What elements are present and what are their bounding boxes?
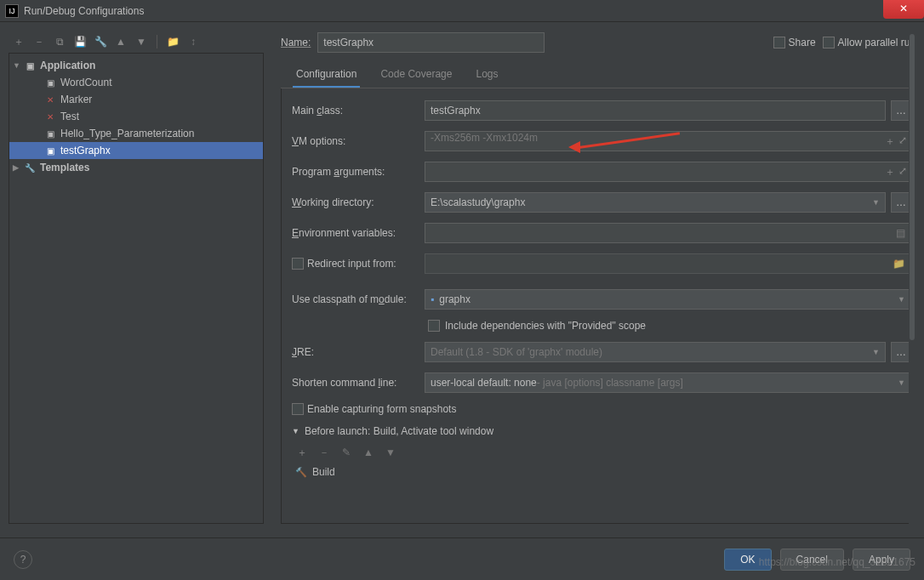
classpath-label: Use classpath of module: [292, 293, 419, 305]
enable-capture-row[interactable]: Enable capturing form snapshots [292, 403, 456, 415]
chevron-down-icon: ▼ [898, 378, 905, 387]
tree-item[interactable]: ✕ Test [9, 108, 263, 125]
left-panel: ＋ － ⧉ 💾 🔧 ▲ ▼ 📁 ↕ ▼ ▣ Application ▣ Word… [9, 31, 264, 524]
scrollbar-thumb[interactable] [910, 34, 915, 340]
chevron-right-icon: ▶ [13, 163, 23, 172]
tab-configuration[interactable]: Configuration [293, 63, 360, 88]
redirect-input[interactable]: 📁 [425, 253, 911, 274]
fullscreen-icon[interactable]: ⤢ [898, 134, 907, 149]
fullscreen-icon[interactable]: ⤢ [898, 165, 907, 179]
help-button[interactable]: ? [14, 550, 32, 569]
folder-icon[interactable]: 📁 [893, 258, 905, 270]
list-icon[interactable]: ▤ [896, 227, 905, 239]
shorten-label: Shorten command line: [292, 377, 419, 389]
redirect-checkbox[interactable] [292, 258, 304, 270]
up-icon[interactable]: ▲ [114, 35, 128, 48]
tree-item-label: Marker [60, 94, 92, 105]
build-task-row[interactable]: 🔨 Build [292, 464, 911, 481]
copy-icon[interactable]: ⧉ [53, 35, 66, 48]
working-dir-label: Working directory: [292, 196, 419, 208]
chevron-down-icon: ▼ [872, 348, 880, 356]
name-label: Name: [281, 37, 311, 48]
remove-icon[interactable]: － [317, 446, 331, 459]
parallel-check-row[interactable]: Allow parallel run [823, 37, 915, 48]
tree-item[interactable]: ✕ Marker [9, 91, 263, 108]
module-icon: ▪ [431, 293, 434, 305]
window-title: Run/Debug Configurations [24, 5, 144, 17]
share-label: Share [789, 37, 816, 48]
close-button[interactable]: ✕ [883, 0, 924, 19]
right-panel: Name: Share Allow parallel run Configura… [264, 31, 915, 524]
tree-item-selected[interactable]: ▣ testGraphx [9, 142, 263, 159]
program-args-label: Program arguments: [292, 166, 419, 178]
ok-button[interactable]: OK [724, 549, 771, 571]
enable-capture-checkbox[interactable] [292, 403, 304, 415]
chevron-down-icon: ▼ [872, 198, 880, 207]
save-icon[interactable]: 💾 [73, 35, 87, 48]
sort-icon[interactable]: ↕ [186, 35, 200, 48]
down-icon[interactable]: ▼ [384, 446, 397, 459]
chevron-down-icon: ▼ [13, 61, 23, 70]
share-check-row[interactable]: Share [773, 37, 816, 48]
build-label: Build [312, 466, 335, 478]
tree-node-templates[interactable]: ▶ 🔧 Templates [9, 159, 263, 176]
tree-item[interactable]: ▣ Hello_Type_Parameterization [9, 125, 263, 142]
up-icon[interactable]: ▲ [362, 446, 375, 459]
apply-button[interactable]: Apply [853, 549, 910, 571]
tree-label: Templates [40, 162, 89, 173]
tree-item-label: Hello_Type_Parameterization [60, 128, 194, 139]
wrench-icon: 🔧 [23, 161, 37, 174]
include-deps-checkbox[interactable] [428, 320, 440, 332]
run-config-icon: ▣ [43, 76, 57, 89]
vm-options-label: VM options: [292, 135, 419, 147]
chevron-down-icon: ▼ [292, 427, 299, 435]
name-input[interactable] [317, 32, 545, 53]
tree-item-label: WordCount [60, 77, 111, 88]
tree-node-application[interactable]: ▼ ▣ Application [9, 57, 263, 74]
tabs: Configuration Code Coverage Logs [281, 63, 915, 88]
run-config-icon: ▣ [43, 144, 57, 157]
toolbar-separator [157, 35, 157, 48]
main-class-label: Main class: [292, 105, 419, 117]
close-icon: ✕ [899, 3, 908, 14]
vm-options-value: -Xms256m -Xmx1024m [431, 132, 538, 144]
run-config-icon: ✕ [43, 93, 57, 106]
remove-icon[interactable]: － [32, 35, 46, 48]
add-icon[interactable]: ＋ [12, 35, 26, 48]
wrench-icon[interactable]: 🔧 [94, 35, 107, 48]
shorten-dropdown[interactable]: user-local default: none - java [options… [425, 372, 911, 393]
before-launch-header[interactable]: ▼ Before launch: Build, Activate tool wi… [292, 425, 911, 437]
classpath-dropdown[interactable]: ▪ graphx ▼ [425, 289, 911, 310]
share-checkbox[interactable] [773, 37, 785, 48]
working-dir-input[interactable]: E:\scalastudy\graphx ▼ [425, 192, 886, 213]
scrollbar-track[interactable] [909, 34, 915, 532]
cancel-button[interactable]: Cancel [780, 549, 844, 571]
chevron-down-icon: ▼ [898, 295, 905, 304]
main-class-input[interactable] [425, 100, 886, 121]
parallel-label: Allow parallel run [838, 37, 915, 48]
redirect-label: Redirect input from: [307, 258, 396, 270]
tab-code-coverage[interactable]: Code Coverage [377, 63, 455, 88]
before-launch-label: Before launch: Build, Activate tool wind… [305, 425, 493, 437]
run-config-icon: ▣ [43, 127, 57, 140]
name-row: Name: Share Allow parallel run [281, 31, 915, 54]
jre-dropdown[interactable]: Default (1.8 - SDK of 'graphx' module) ▼ [425, 342, 886, 362]
expand-icon[interactable]: ＋ [885, 134, 895, 149]
working-dir-value: E:\scalastudy\graphx [431, 196, 525, 208]
down-icon[interactable]: ▼ [134, 35, 148, 48]
tree-item[interactable]: ▣ WordCount [9, 74, 263, 91]
redirect-check-row[interactable]: Redirect input from: [292, 258, 419, 270]
env-vars-input[interactable]: ▤ [425, 223, 911, 243]
tab-logs[interactable]: Logs [472, 63, 501, 88]
vm-options-input[interactable]: -Xms256m -Xmx1024m ＋⤢ [425, 131, 911, 151]
parallel-checkbox[interactable] [823, 37, 835, 48]
add-icon[interactable]: ＋ [295, 446, 309, 459]
edit-icon[interactable]: ✎ [339, 446, 353, 459]
config-tree: ▼ ▣ Application ▣ WordCount ✕ Marker ✕ T… [9, 53, 264, 524]
program-args-input[interactable]: ＋⤢ [425, 162, 911, 182]
form-area: Main class: … VM options: -Xms256m -Xmx1… [281, 88, 915, 524]
env-vars-label: Environment variables: [292, 227, 419, 239]
jre-label: JRE: [292, 346, 419, 358]
folder-icon[interactable]: 📁 [166, 35, 180, 48]
expand-icon[interactable]: ＋ [885, 165, 895, 179]
